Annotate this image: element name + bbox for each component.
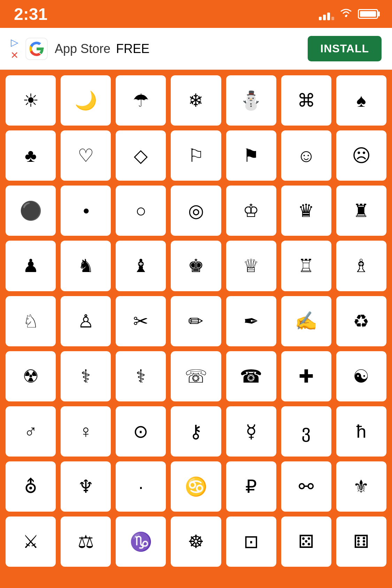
ad-logo-container: ▷ ✕ <box>10 37 18 61</box>
flag-filled-icon[interactable]: ⚑ <box>226 130 276 181</box>
square-dot-icon[interactable]: ⊡ <box>226 517 276 567</box>
medium-dot-icon[interactable]: ⦁ <box>61 186 111 236</box>
status-icons <box>319 7 378 21</box>
status-time: 2:31 <box>14 5 47 24</box>
moon-icon[interactable]: 🌙 <box>61 75 111 126</box>
radioactive-icon[interactable]: ☢ <box>6 351 56 401</box>
chess-rook-black-icon[interactable]: ♜ <box>336 186 386 236</box>
medical-staff-icon[interactable]: ⚕ <box>61 351 111 401</box>
chess-pawn-white-icon[interactable]: ♙ <box>61 296 111 346</box>
google-logo <box>25 38 48 60</box>
diamond-outline-icon[interactable]: ◇ <box>116 130 166 181</box>
chess-king-white-icon[interactable]: ♔ <box>226 186 276 236</box>
georgian-icon[interactable]: ვ <box>281 406 331 457</box>
dice-five-icon[interactable]: ⚄ <box>281 517 331 567</box>
signal-bars-icon <box>319 8 334 20</box>
writing-icon[interactable]: ✍ <box>281 296 331 346</box>
ad-free-label: FREE <box>116 42 149 56</box>
play-store-icon: ▷ <box>11 37 18 48</box>
install-button[interactable]: INSTALL <box>308 36 382 61</box>
partnership-icon[interactable]: ⚯ <box>281 461 331 512</box>
smiley-icon[interactable]: ☺ <box>281 130 331 181</box>
yin-yang-icon[interactable]: ☯ <box>336 351 386 401</box>
google-g-icon <box>29 41 44 56</box>
caduceus-icon[interactable]: ⚕ <box>116 351 166 401</box>
pencil-icon[interactable]: ✏ <box>171 296 221 346</box>
neptune-icon[interactable]: ♆ <box>61 461 111 512</box>
chess-pawn-black-icon[interactable]: ♟ <box>6 241 56 291</box>
umbrella-icon[interactable]: ☂ <box>116 75 166 126</box>
command-icon[interactable]: ⌘ <box>281 75 331 126</box>
mercury-icon[interactable]: ☿ <box>226 406 276 457</box>
chess-king-black-icon[interactable]: ♚ <box>171 241 221 291</box>
chess-bishop-white-icon[interactable]: ♗ <box>336 241 386 291</box>
ad-banner: ▷ ✕ App Store FREE INSTALL <box>0 28 392 70</box>
signal-bar-1 <box>319 17 322 20</box>
heart-outline-icon[interactable]: ♡ <box>61 130 111 181</box>
snowflake-icon[interactable]: ❄ <box>171 75 221 126</box>
circle-outline-icon[interactable]: ○ <box>116 186 166 236</box>
chiron-icon[interactable]: ⚷ <box>171 406 221 457</box>
mars-icon[interactable]: ♂ <box>6 406 56 457</box>
battery-fill <box>360 11 376 17</box>
dice-six-icon[interactable]: ⚅ <box>336 517 386 567</box>
circle-dot-icon[interactable]: ◎ <box>171 186 221 236</box>
phone-icon[interactable]: ☎ <box>226 351 276 401</box>
sun-icon[interactable]: ☀ <box>6 75 56 126</box>
scissors-icon[interactable]: ✂ <box>116 296 166 346</box>
capricorn-icon[interactable]: ♑ <box>116 517 166 567</box>
signal-bar-2 <box>323 15 326 20</box>
snowman-icon[interactable]: ⛄ <box>226 75 276 126</box>
chess-rook-white-icon[interactable]: ♖ <box>281 241 331 291</box>
close-ad-icon[interactable]: ✕ <box>10 50 18 61</box>
chess-queen-white-icon[interactable]: ♕ <box>226 241 276 291</box>
signal-bar-3 <box>327 13 330 20</box>
signal-bar-4 <box>331 17 334 20</box>
recycle-icon[interactable]: ♻ <box>336 296 386 346</box>
venus-icon[interactable]: ♀ <box>61 406 111 457</box>
chess-knight-black-icon[interactable]: ♞ <box>61 241 111 291</box>
ruble-icon[interactable]: ₽ <box>226 461 276 512</box>
cancer-icon[interactable]: ♋ <box>171 461 221 512</box>
big-dot-icon[interactable]: ⚫ <box>6 186 56 236</box>
swords-icon[interactable]: ⚔ <box>6 517 56 567</box>
scales-icon[interactable]: ⚖ <box>61 517 111 567</box>
ad-app-store-label: App Store <box>55 42 110 56</box>
fleur-de-lis-icon[interactable]: ⚜ <box>336 461 386 512</box>
status-bar: 2:31 <box>0 0 392 28</box>
dots-icon[interactable]: · <box>116 461 166 512</box>
svg-point-0 <box>345 15 347 17</box>
flag-outline-icon[interactable]: ⚐ <box>171 130 221 181</box>
uranus-icon[interactable]: ⛢ <box>6 461 56 512</box>
chess-queen-black-icon[interactable]: ♛ <box>281 186 331 236</box>
cross-icon[interactable]: ✚ <box>281 351 331 401</box>
frown-icon[interactable]: ☹ <box>336 130 386 181</box>
club-icon[interactable]: ♣ <box>6 130 56 181</box>
chess-knight-white-icon[interactable]: ♘ <box>6 296 56 346</box>
ad-text-container: App Store FREE <box>55 42 301 56</box>
wheel-dharma-icon[interactable]: ☸ <box>171 517 221 567</box>
saturn-icon[interactable]: ħ <box>336 406 386 457</box>
pen-icon[interactable]: ✒ <box>226 296 276 346</box>
symbol-grid: ☀🌙☂❄⛄⌘♠♣♡◇⚐⚑☺☹⚫⦁○◎♔♛♜♟♞♝♚♕♖♗♘♙✂✏✒✍♻☢⚕⚕☏☎… <box>0 70 392 572</box>
chess-bishop-black-icon[interactable]: ♝ <box>116 241 166 291</box>
sun-astro-icon[interactable]: ⊙ <box>116 406 166 457</box>
phone-outline-icon[interactable]: ☏ <box>171 351 221 401</box>
battery-icon <box>358 9 378 19</box>
spade-icon[interactable]: ♠ <box>336 75 386 126</box>
wifi-icon <box>339 7 353 21</box>
